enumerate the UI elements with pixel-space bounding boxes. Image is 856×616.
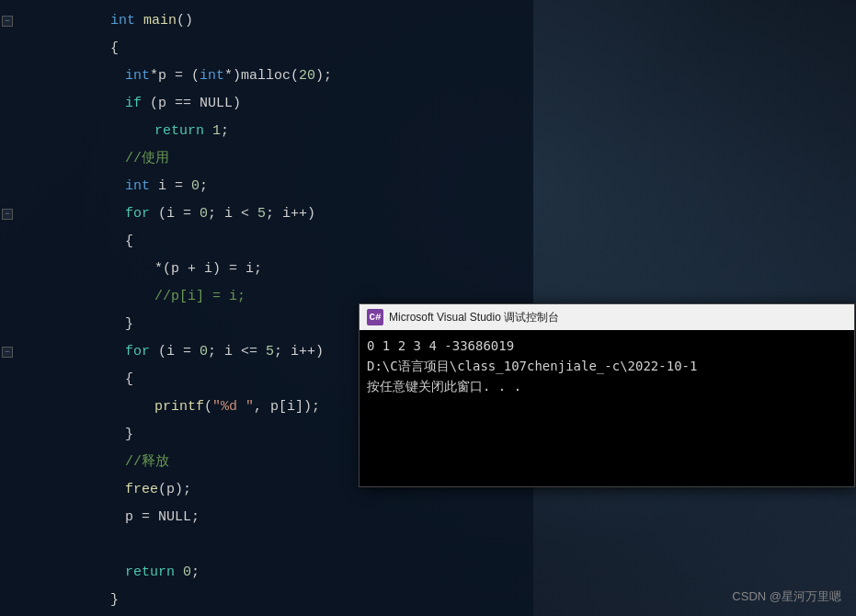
vs-icon: C# [367, 309, 383, 325]
code-line-22: } [0, 587, 533, 614]
console-output-3: 按任意键关闭此窗口. . . [367, 376, 847, 396]
collapse-1[interactable]: − [2, 16, 13, 27]
collapse-8[interactable]: − [2, 209, 13, 220]
console-output-2: D:\C语言项目\class_107chenjiale_-c\2022-10-1 [367, 356, 847, 376]
token: p = NULL; [125, 509, 200, 525]
line-code-22: } [29, 559, 533, 616]
console-output-1: 0 1 2 3 4 -33686019 [367, 336, 847, 356]
watermark: CSDN @星河万里嗯 [732, 588, 841, 605]
console-titlebar: C# Microsoft Visual Studio 调试控制台 [360, 304, 854, 330]
console-window[interactable]: C# Microsoft Visual Studio 调试控制台 0 1 2 3… [359, 303, 855, 487]
console-body: 0 1 2 3 4 -33686019 D:\C语言项目\class_107ch… [360, 330, 854, 486]
console-title: Microsoft Visual Studio 调试控制台 [389, 310, 559, 325]
collapse-13[interactable]: − [2, 347, 13, 358]
code-line-19: p = NULL; [0, 504, 533, 531]
token: } [110, 592, 119, 608]
